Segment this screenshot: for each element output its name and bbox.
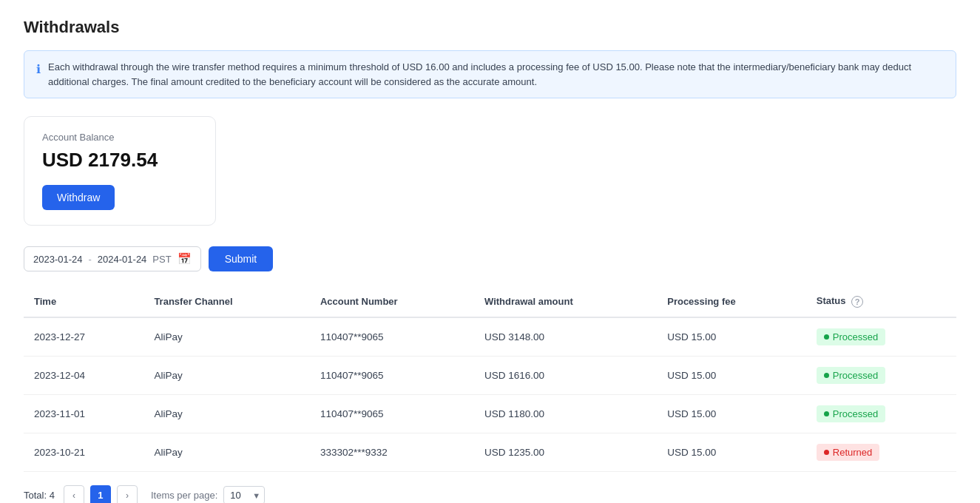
cell-channel: AliPay (143, 433, 310, 471)
table-row: 2023-11-01 AliPay 110407**9065 USD 1180.… (24, 394, 956, 433)
cell-time: 2023-11-01 (24, 394, 143, 433)
balance-label: Account Balance (42, 132, 197, 143)
cell-time: 2023-12-27 (24, 317, 143, 357)
status-text: Returned (833, 447, 872, 458)
status-dot-icon (824, 373, 829, 378)
balance-card: Account Balance USD 2179.54 Withdraw (24, 116, 216, 226)
cell-account: 110407**9065 (310, 317, 474, 357)
status-dot-icon (824, 411, 829, 416)
balance-amount: USD 2179.54 (42, 149, 197, 172)
date-from: 2023-01-24 (33, 254, 83, 265)
cell-account: 110407**9065 (310, 356, 474, 394)
next-page-button[interactable]: › (117, 485, 138, 503)
withdrawals-table: Time Transfer Channel Account Number Wit… (24, 286, 956, 472)
col-time: Time (24, 286, 143, 317)
current-page: 1 (90, 485, 111, 503)
cell-fee: USD 15.00 (657, 433, 806, 471)
info-banner: ℹ Each withdrawal through the wire trans… (24, 50, 956, 98)
cell-amount: USD 3148.00 (474, 317, 657, 357)
table-row: 2023-10-21 AliPay 333302***9332 USD 1235… (24, 433, 956, 471)
cell-fee: USD 15.00 (657, 317, 806, 357)
cell-time: 2023-10-21 (24, 433, 143, 471)
cell-channel: AliPay (143, 317, 310, 357)
items-per-page-wrapper: 10 20 50 100 ▼ (223, 486, 265, 503)
status-badge: Processed (817, 328, 885, 345)
table-row: 2023-12-04 AliPay 110407**9065 USD 1616.… (24, 356, 956, 394)
date-range-input[interactable]: 2023-01-24 - 2024-01-24 PST 📅 (24, 246, 201, 271)
items-per-page-select[interactable]: 10 20 50 100 (223, 486, 265, 503)
cell-account: 110407**9065 (310, 394, 474, 433)
date-to: 2024-01-24 (98, 254, 147, 265)
status-text: Processed (833, 370, 878, 381)
status-badge: Processed (817, 405, 885, 422)
submit-button[interactable]: Submit (209, 246, 274, 271)
filter-row: 2023-01-24 - 2024-01-24 PST 📅 Submit (24, 246, 956, 271)
cell-status: Returned (806, 433, 956, 471)
cell-fee: USD 15.00 (657, 394, 806, 433)
status-text: Processed (833, 331, 878, 342)
withdraw-button[interactable]: Withdraw (42, 185, 115, 210)
date-separator: - (89, 254, 92, 265)
cell-status: Processed (806, 394, 956, 433)
cell-fee: USD 15.00 (657, 356, 806, 394)
status-text: Processed (833, 408, 878, 419)
calendar-icon[interactable]: 📅 (178, 252, 192, 266)
banner-text: Each withdrawal through the wire transfe… (48, 60, 944, 89)
timezone-label: PST (152, 254, 171, 265)
table-header-row: Time Transfer Channel Account Number Wit… (24, 286, 956, 317)
col-fee: Processing fee (657, 286, 806, 317)
cell-time: 2023-12-04 (24, 356, 143, 394)
status-dot-icon (824, 334, 829, 340)
cell-channel: AliPay (143, 356, 310, 394)
prev-page-button[interactable]: ‹ (64, 485, 84, 503)
col-channel: Transfer Channel (143, 286, 310, 317)
status-help-icon[interactable]: ? (851, 296, 863, 308)
col-amount: Withdrawal amount (474, 286, 657, 317)
col-account: Account Number (310, 286, 474, 317)
cell-account: 333302***9332 (310, 433, 474, 471)
cell-amount: USD 1180.00 (474, 394, 657, 433)
pagination: Total: 4 ‹ 1 › Items per page: 10 20 50 … (24, 485, 956, 503)
cell-status: Processed (806, 356, 956, 394)
cell-amount: USD 1235.00 (474, 433, 657, 471)
info-icon: ℹ (36, 61, 41, 78)
cell-status: Processed (806, 317, 956, 357)
items-per-page-label: Items per page: (151, 490, 217, 501)
table-row: 2023-12-27 AliPay 110407**9065 USD 3148.… (24, 317, 956, 357)
status-badge: Returned (817, 444, 879, 461)
cell-channel: AliPay (143, 394, 310, 433)
cell-amount: USD 1616.00 (474, 356, 657, 394)
status-badge: Processed (817, 367, 885, 384)
status-dot-icon (824, 450, 829, 455)
total-label: Total: 4 (24, 490, 55, 501)
page-title: Withdrawals (24, 18, 956, 37)
col-status: Status ? (806, 286, 956, 317)
